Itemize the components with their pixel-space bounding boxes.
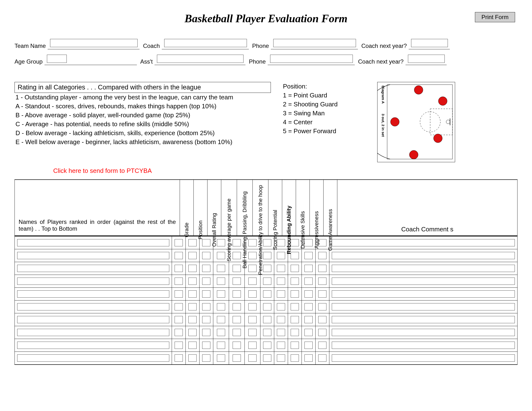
rating-input[interactable]: [175, 329, 183, 336]
comment-input[interactable]: [332, 265, 515, 272]
rating-input[interactable]: [233, 329, 241, 336]
rating-input[interactable]: [277, 329, 285, 336]
rating-input[interactable]: [263, 239, 271, 246]
rating-input[interactable]: [291, 342, 299, 349]
rating-input[interactable]: [304, 278, 313, 285]
rating-input[interactable]: [175, 252, 183, 259]
rating-input[interactable]: [291, 265, 299, 272]
rating-input[interactable]: [248, 342, 256, 349]
rating-input[interactable]: [304, 355, 313, 362]
rating-input[interactable]: [217, 278, 225, 285]
rating-input[interactable]: [263, 316, 271, 323]
rating-input[interactable]: [304, 342, 313, 349]
rating-input[interactable]: [318, 303, 326, 310]
rating-input[interactable]: [188, 239, 197, 246]
rating-input[interactable]: [277, 252, 285, 259]
player-name-input[interactable]: [17, 342, 169, 349]
rating-input[interactable]: [263, 252, 271, 259]
comment-input[interactable]: [332, 342, 515, 349]
player-name-input[interactable]: [17, 252, 169, 259]
rating-input[interactable]: [263, 265, 271, 272]
rating-input[interactable]: [202, 265, 210, 272]
player-name-input[interactable]: [17, 303, 169, 310]
rating-input[interactable]: [277, 303, 285, 310]
rating-input[interactable]: [318, 329, 326, 336]
rating-input[interactable]: [217, 329, 225, 336]
rating-input[interactable]: [277, 290, 285, 298]
rating-input[interactable]: [217, 252, 225, 259]
player-name-input[interactable]: [17, 355, 169, 362]
rating-input[interactable]: [291, 329, 299, 336]
player-name-input[interactable]: [17, 290, 169, 298]
rating-input[interactable]: [248, 265, 256, 272]
rating-input[interactable]: [188, 316, 197, 323]
player-name-input[interactable]: [17, 316, 169, 323]
rating-input[interactable]: [233, 278, 241, 285]
rating-input[interactable]: [304, 329, 313, 336]
rating-input[interactable]: [304, 265, 313, 272]
age-group-input[interactable]: [47, 55, 67, 63]
comment-input[interactable]: [332, 252, 515, 259]
rating-input[interactable]: [263, 329, 271, 336]
rating-input[interactable]: [233, 355, 241, 362]
rating-input[interactable]: [202, 290, 210, 298]
rating-input[interactable]: [291, 278, 299, 285]
rating-input[interactable]: [304, 316, 313, 323]
rating-input[interactable]: [233, 290, 241, 298]
rating-input[interactable]: [188, 265, 197, 272]
rating-input[interactable]: [318, 278, 326, 285]
rating-input[interactable]: [263, 290, 271, 298]
rating-input[interactable]: [277, 278, 285, 285]
comment-input[interactable]: [332, 329, 515, 336]
rating-input[interactable]: [248, 239, 256, 246]
rating-input[interactable]: [188, 252, 197, 259]
print-form-button[interactable]: Print Form: [475, 12, 515, 22]
send-form-link[interactable]: Click here to send form to PTCYBA: [53, 167, 517, 175]
rating-input[interactable]: [277, 316, 285, 323]
rating-input[interactable]: [175, 265, 183, 272]
rating-input[interactable]: [217, 355, 225, 362]
rating-input[interactable]: [202, 303, 210, 310]
rating-input[interactable]: [233, 252, 241, 259]
rating-input[interactable]: [188, 303, 197, 310]
rating-input[interactable]: [263, 342, 271, 349]
rating-input[interactable]: [318, 290, 326, 298]
comment-input[interactable]: [332, 303, 515, 310]
rating-input[interactable]: [217, 239, 225, 246]
player-name-input[interactable]: [17, 278, 169, 285]
comment-input[interactable]: [332, 290, 515, 298]
rating-input[interactable]: [318, 342, 326, 349]
asst-next-year-input[interactable]: [408, 55, 445, 63]
rating-input[interactable]: [318, 355, 326, 362]
rating-input[interactable]: [233, 265, 241, 272]
rating-input[interactable]: [217, 342, 225, 349]
rating-input[interactable]: [202, 316, 210, 323]
rating-input[interactable]: [277, 342, 285, 349]
rating-input[interactable]: [175, 239, 183, 246]
rating-input[interactable]: [277, 355, 285, 362]
rating-input[interactable]: [175, 290, 183, 298]
rating-input[interactable]: [248, 355, 256, 362]
rating-input[interactable]: [202, 329, 210, 336]
rating-input[interactable]: [263, 303, 271, 310]
rating-input[interactable]: [263, 355, 271, 362]
rating-input[interactable]: [175, 355, 183, 362]
rating-input[interactable]: [304, 290, 313, 298]
rating-input[interactable]: [217, 290, 225, 298]
rating-input[interactable]: [291, 290, 299, 298]
rating-input[interactable]: [217, 303, 225, 310]
rating-input[interactable]: [248, 278, 256, 285]
rating-input[interactable]: [202, 252, 210, 259]
rating-input[interactable]: [188, 329, 197, 336]
rating-input[interactable]: [248, 252, 256, 259]
player-name-input[interactable]: [17, 265, 169, 272]
rating-input[interactable]: [217, 265, 225, 272]
rating-input[interactable]: [248, 290, 256, 298]
rating-input[interactable]: [248, 329, 256, 336]
rating-input[interactable]: [188, 278, 197, 285]
comment-input[interactable]: [332, 355, 515, 362]
rating-input[interactable]: [248, 316, 256, 323]
team-name-input[interactable]: [50, 39, 138, 47]
rating-input[interactable]: [291, 355, 299, 362]
rating-input[interactable]: [233, 303, 241, 310]
